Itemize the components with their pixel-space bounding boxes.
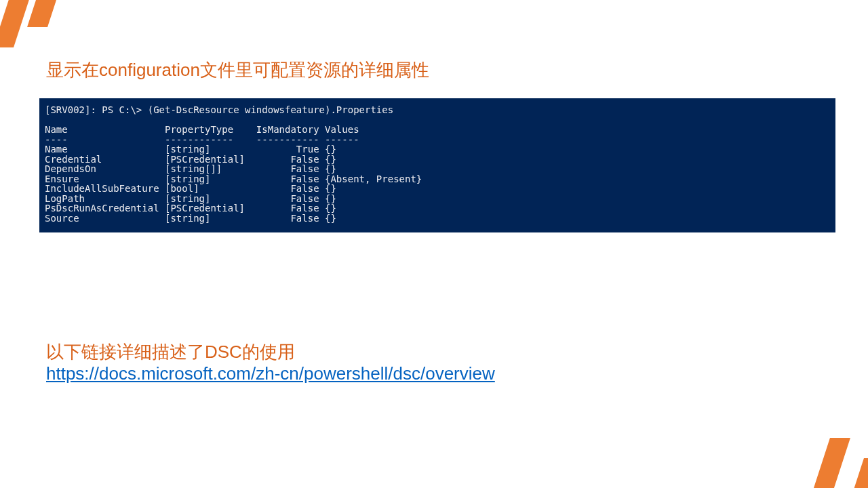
slide-heading-2: 以下链接详细描述了DSC的使用: [46, 340, 295, 364]
powershell-console-output: [SRV002]: PS C:\> (Get-DscResource windo…: [39, 98, 835, 232]
dsc-docs-link[interactable]: https://docs.microsoft.com/zh-cn/powersh…: [46, 363, 495, 384]
slide-heading-1: 显示在configuration文件里可配置资源的详细属性: [46, 58, 429, 82]
corner-decoration-top: [0, 0, 75, 47]
corner-decoration-bottom: [787, 434, 868, 488]
